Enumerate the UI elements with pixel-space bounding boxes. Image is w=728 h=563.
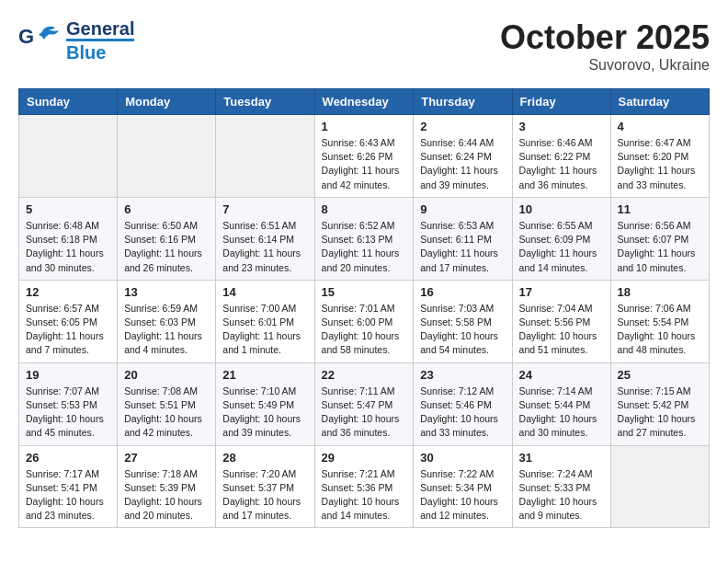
day-number: 6 bbox=[124, 202, 209, 216]
calendar-table: SundayMondayTuesdayWednesdayThursdayFrid… bbox=[18, 88, 710, 528]
day-info: Sunrise: 7:03 AM Sunset: 5:58 PM Dayligh… bbox=[420, 302, 505, 358]
day-number: 1 bbox=[322, 120, 407, 133]
day-number: 24 bbox=[519, 368, 604, 382]
month-title: October 2025 bbox=[500, 18, 710, 57]
day-info: Sunrise: 6:59 AM Sunset: 6:03 PM Dayligh… bbox=[124, 302, 209, 358]
day-number: 16 bbox=[420, 285, 505, 299]
day-info: Sunrise: 7:12 AM Sunset: 5:46 PM Dayligh… bbox=[420, 385, 505, 441]
day-info: Sunrise: 6:44 AM Sunset: 6:24 PM Dayligh… bbox=[420, 136, 505, 192]
day-number: 25 bbox=[618, 368, 702, 382]
day-number: 31 bbox=[519, 451, 604, 465]
calendar-cell: 19Sunrise: 7:07 AM Sunset: 5:53 PM Dayli… bbox=[19, 362, 118, 445]
calendar-cell bbox=[19, 115, 118, 198]
day-number: 23 bbox=[420, 368, 505, 382]
title-block: October 2025 Suvorovo, Ukraine bbox=[500, 18, 710, 74]
day-number: 5 bbox=[26, 202, 110, 216]
calendar-cell bbox=[216, 115, 314, 198]
svg-text:G: G bbox=[18, 25, 34, 48]
calendar-cell: 5Sunrise: 6:48 AM Sunset: 6:18 PM Daylig… bbox=[19, 197, 118, 280]
day-number: 20 bbox=[124, 368, 209, 382]
calendar-week-row: 26Sunrise: 7:17 AM Sunset: 5:41 PM Dayli… bbox=[19, 445, 710, 528]
day-number: 22 bbox=[322, 368, 407, 382]
weekday-header-sunday: Sunday bbox=[19, 89, 118, 115]
day-info: Sunrise: 6:53 AM Sunset: 6:11 PM Dayligh… bbox=[420, 219, 505, 275]
weekday-header-monday: Monday bbox=[118, 89, 216, 115]
page-header: G General Blue October 2025 Suvorovo, Uk… bbox=[18, 18, 710, 74]
day-number: 9 bbox=[420, 202, 505, 216]
calendar-cell: 20Sunrise: 7:08 AM Sunset: 5:51 PM Dayli… bbox=[118, 362, 216, 445]
day-info: Sunrise: 7:15 AM Sunset: 5:42 PM Dayligh… bbox=[618, 385, 702, 441]
day-number: 4 bbox=[618, 120, 702, 133]
day-info: Sunrise: 7:07 AM Sunset: 5:53 PM Dayligh… bbox=[26, 385, 110, 441]
calendar-cell: 28Sunrise: 7:20 AM Sunset: 5:37 PM Dayli… bbox=[216, 445, 314, 528]
day-info: Sunrise: 6:47 AM Sunset: 6:20 PM Dayligh… bbox=[618, 136, 702, 192]
day-number: 29 bbox=[322, 451, 407, 465]
day-number: 8 bbox=[322, 202, 407, 216]
day-number: 12 bbox=[26, 285, 110, 299]
day-info: Sunrise: 6:55 AM Sunset: 6:09 PM Dayligh… bbox=[519, 219, 604, 275]
calendar-week-row: 1Sunrise: 6:43 AM Sunset: 6:26 PM Daylig… bbox=[19, 115, 710, 198]
day-info: Sunrise: 6:56 AM Sunset: 6:07 PM Dayligh… bbox=[618, 219, 702, 275]
day-number: 27 bbox=[124, 451, 209, 465]
day-number: 18 bbox=[618, 285, 702, 299]
calendar-cell: 21Sunrise: 7:10 AM Sunset: 5:49 PM Dayli… bbox=[216, 362, 314, 445]
day-number: 21 bbox=[222, 368, 307, 382]
calendar-cell: 17Sunrise: 7:04 AM Sunset: 5:56 PM Dayli… bbox=[512, 280, 610, 362]
day-info: Sunrise: 6:43 AM Sunset: 6:26 PM Dayligh… bbox=[322, 136, 407, 192]
calendar-cell: 26Sunrise: 7:17 AM Sunset: 5:41 PM Dayli… bbox=[19, 445, 118, 528]
calendar-cell: 25Sunrise: 7:15 AM Sunset: 5:42 PM Dayli… bbox=[610, 362, 709, 445]
calendar-cell: 23Sunrise: 7:12 AM Sunset: 5:46 PM Dayli… bbox=[414, 362, 512, 445]
day-info: Sunrise: 7:18 AM Sunset: 5:39 PM Dayligh… bbox=[124, 467, 209, 523]
calendar-cell bbox=[118, 115, 216, 198]
calendar-cell: 12Sunrise: 6:57 AM Sunset: 6:05 PM Dayli… bbox=[19, 280, 118, 362]
calendar-cell: 4Sunrise: 6:47 AM Sunset: 6:20 PM Daylig… bbox=[610, 115, 709, 198]
logo-text-blue: Blue bbox=[66, 39, 134, 63]
day-number: 7 bbox=[222, 202, 307, 216]
day-info: Sunrise: 7:08 AM Sunset: 5:51 PM Dayligh… bbox=[124, 385, 209, 441]
day-number: 11 bbox=[618, 202, 702, 216]
day-info: Sunrise: 6:51 AM Sunset: 6:14 PM Dayligh… bbox=[222, 219, 307, 275]
weekday-header-friday: Friday bbox=[512, 89, 610, 115]
day-number: 26 bbox=[26, 451, 110, 465]
logo-text-general: General bbox=[66, 18, 134, 39]
location-subtitle: Suvorovo, Ukraine bbox=[500, 57, 710, 74]
day-info: Sunrise: 7:21 AM Sunset: 5:36 PM Dayligh… bbox=[322, 467, 407, 523]
day-number: 10 bbox=[519, 202, 604, 216]
day-number: 19 bbox=[26, 368, 110, 382]
day-info: Sunrise: 7:20 AM Sunset: 5:37 PM Dayligh… bbox=[222, 467, 307, 523]
calendar-cell: 15Sunrise: 7:01 AM Sunset: 6:00 PM Dayli… bbox=[314, 280, 414, 362]
weekday-header-wednesday: Wednesday bbox=[314, 89, 414, 115]
day-info: Sunrise: 7:22 AM Sunset: 5:34 PM Dayligh… bbox=[420, 467, 505, 523]
day-info: Sunrise: 7:17 AM Sunset: 5:41 PM Dayligh… bbox=[26, 467, 110, 523]
calendar-cell: 24Sunrise: 7:14 AM Sunset: 5:44 PM Dayli… bbox=[512, 362, 610, 445]
weekday-header-tuesday: Tuesday bbox=[216, 89, 314, 115]
day-info: Sunrise: 7:01 AM Sunset: 6:00 PM Dayligh… bbox=[322, 302, 407, 358]
calendar-cell: 31Sunrise: 7:24 AM Sunset: 5:33 PM Dayli… bbox=[512, 445, 610, 528]
day-info: Sunrise: 7:10 AM Sunset: 5:49 PM Dayligh… bbox=[222, 385, 307, 441]
day-number: 15 bbox=[322, 285, 407, 299]
day-number: 14 bbox=[222, 285, 307, 299]
weekday-header-saturday: Saturday bbox=[610, 89, 709, 115]
calendar-cell bbox=[610, 445, 709, 528]
calendar-cell: 27Sunrise: 7:18 AM Sunset: 5:39 PM Dayli… bbox=[118, 445, 216, 528]
calendar-cell: 9Sunrise: 6:53 AM Sunset: 6:11 PM Daylig… bbox=[414, 197, 512, 280]
day-info: Sunrise: 6:57 AM Sunset: 6:05 PM Dayligh… bbox=[26, 302, 110, 358]
day-info: Sunrise: 7:14 AM Sunset: 5:44 PM Dayligh… bbox=[519, 385, 604, 441]
calendar-week-row: 19Sunrise: 7:07 AM Sunset: 5:53 PM Dayli… bbox=[19, 362, 710, 445]
calendar-header-row: SundayMondayTuesdayWednesdayThursdayFrid… bbox=[19, 89, 710, 115]
day-number: 2 bbox=[420, 120, 505, 133]
day-info: Sunrise: 6:50 AM Sunset: 6:16 PM Dayligh… bbox=[124, 219, 209, 275]
day-info: Sunrise: 6:48 AM Sunset: 6:18 PM Dayligh… bbox=[26, 219, 110, 275]
calendar-cell: 18Sunrise: 7:06 AM Sunset: 5:54 PM Dayli… bbox=[610, 280, 709, 362]
calendar-cell: 11Sunrise: 6:56 AM Sunset: 6:07 PM Dayli… bbox=[610, 197, 709, 280]
calendar-cell: 22Sunrise: 7:11 AM Sunset: 5:47 PM Dayli… bbox=[314, 362, 414, 445]
calendar-cell: 6Sunrise: 6:50 AM Sunset: 6:16 PM Daylig… bbox=[118, 197, 216, 280]
logo: G General Blue bbox=[18, 18, 134, 63]
calendar-cell: 10Sunrise: 6:55 AM Sunset: 6:09 PM Dayli… bbox=[512, 197, 610, 280]
calendar-body: 1Sunrise: 6:43 AM Sunset: 6:26 PM Daylig… bbox=[19, 115, 710, 528]
day-number: 3 bbox=[519, 120, 604, 133]
calendar-cell: 14Sunrise: 7:00 AM Sunset: 6:01 PM Dayli… bbox=[216, 280, 314, 362]
calendar-cell: 29Sunrise: 7:21 AM Sunset: 5:36 PM Dayli… bbox=[314, 445, 414, 528]
calendar-cell: 13Sunrise: 6:59 AM Sunset: 6:03 PM Dayli… bbox=[118, 280, 216, 362]
day-number: 17 bbox=[519, 285, 604, 299]
